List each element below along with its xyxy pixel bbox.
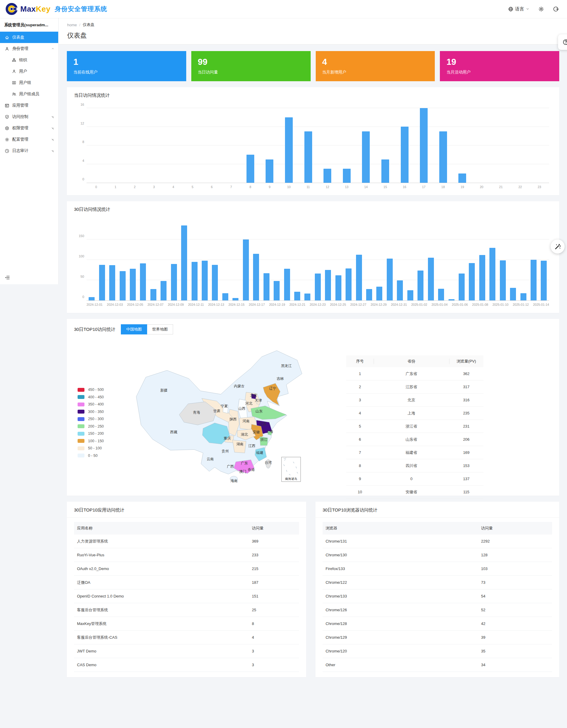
- sidebar-item-用户[interactable]: 用户: [0, 66, 58, 77]
- x-tick: [143, 303, 148, 306]
- map-label-天津: 天津: [255, 398, 262, 403]
- bar-2025-01-03: [428, 258, 434, 300]
- map-label-贵州: 贵州: [222, 449, 229, 453]
- chevron-down-icon: [526, 7, 529, 11]
- table-cell: 6: [346, 437, 374, 442]
- sidebar-item-用户组[interactable]: 用户组: [0, 77, 58, 88]
- x-tick: 17: [414, 185, 434, 189]
- table-cell: 客服后台管理系统: [74, 607, 249, 613]
- tab-世界地图[interactable]: 世界地图: [147, 324, 173, 334]
- top10-region-panel: 30日TOP10访问统计 中国地图世界地图 450 - 500400 - 450…: [67, 319, 559, 496]
- sidebar-item-配置管理[interactable]: 配置管理: [0, 134, 58, 145]
- bar-2024-12-17: [253, 254, 259, 300]
- tab-中国地图[interactable]: 中国地图: [121, 324, 147, 334]
- x-tick: 2025-01-10: [492, 303, 508, 306]
- chevron-down-icon: [51, 149, 55, 153]
- x-tick: 11: [298, 185, 318, 189]
- bar-2024-12-30: [387, 259, 393, 300]
- table-row: 2江苏省317: [346, 380, 483, 394]
- map-label-山东: 山东: [256, 409, 263, 413]
- table-row: OpenID Connect 1.0 Demo151: [74, 589, 299, 603]
- x-tick: 2024-12-07: [148, 303, 164, 306]
- sidebar-item-label: 用户组成员: [19, 91, 55, 97]
- map-body: 450 - 500400 - 450350 - 400300 - 350250 …: [74, 337, 552, 489]
- map-label-内蒙古: 内蒙古: [234, 384, 245, 388]
- help-button[interactable]: [558, 34, 567, 50]
- legend-item: 450 - 500: [78, 388, 104, 392]
- logout-icon[interactable]: [553, 6, 559, 12]
- bar-2024-12-22: [304, 294, 310, 300]
- x-tick: [529, 303, 533, 306]
- table-cell: 7: [346, 450, 374, 455]
- table-cell: Chrome/129: [322, 635, 478, 640]
- map-label-山西: 山西: [239, 406, 246, 411]
- x-tick: 0: [87, 185, 106, 189]
- table-row: 4上海235: [346, 407, 483, 420]
- map-label-安徽: 安徽: [253, 430, 260, 434]
- top10-browsers-panel: 30日TOP10浏览器访问统计 浏览器访问量Chrome/1312292Chro…: [315, 502, 559, 677]
- x-tick: 18: [433, 185, 453, 189]
- table-row: 10安徽省115: [346, 486, 483, 499]
- x-tick: [387, 303, 391, 306]
- page-header-strip: home / 仪表盘 仪表盘: [59, 18, 567, 44]
- table-cell: 187: [249, 580, 299, 585]
- table-cell: 52: [478, 608, 552, 612]
- sidebar-item-仪表盘[interactable]: 仪表盘: [0, 32, 58, 43]
- sidebar-collapse-button[interactable]: [0, 272, 58, 284]
- table-row: RuoYi-Vue-Plus233: [74, 548, 299, 562]
- table-cell: 4: [249, 635, 299, 640]
- table-cell: Chrome/122: [322, 580, 478, 585]
- table-cell: 128: [478, 553, 552, 557]
- bar-2024-12-28: [366, 289, 372, 300]
- page-title: 仪表盘: [67, 31, 560, 40]
- language-switcher[interactable]: 语言: [508, 6, 529, 12]
- map-label-江西: 江西: [248, 444, 256, 448]
- settings-gear-icon[interactable]: [538, 6, 544, 12]
- x-tick: 2024-12-11: [188, 303, 204, 306]
- table-row: Chrome/12652: [322, 603, 552, 617]
- sidebar-item-身份管理[interactable]: 身份管理: [0, 43, 58, 54]
- x-tick: 14: [356, 185, 376, 189]
- chevron-down-icon: [51, 126, 55, 130]
- sidebar-item-应用管理[interactable]: 应用管理: [0, 100, 58, 111]
- legend-swatch: [78, 446, 85, 450]
- sidebar-item-用户组成员[interactable]: 用户组成员: [0, 88, 58, 100]
- bar-14: [362, 131, 370, 183]
- table-cell: 233: [249, 553, 299, 557]
- magic-wand-button[interactable]: [551, 239, 565, 254]
- badge-icon: [5, 126, 9, 130]
- table-cell: 25: [249, 608, 299, 612]
- legend-range: 150 - 200: [88, 431, 104, 436]
- bar-2024-12-06: [140, 263, 146, 300]
- table-cell: 福建省: [374, 450, 449, 455]
- table-row: 客服后台管理系统-CAS4: [74, 631, 299, 644]
- x-tick: 7: [222, 185, 241, 189]
- table-row: 5浙江省231: [346, 420, 483, 433]
- x-tick: 2025-01-14: [533, 303, 549, 306]
- stat-card-当月新增用户: 4当月新增用户: [316, 51, 435, 81]
- breadcrumb-home[interactable]: home: [67, 23, 77, 27]
- sidebar-item-访问控制[interactable]: 访问控制: [0, 111, 58, 122]
- bar-19: [458, 173, 466, 183]
- table-cell: 3: [249, 649, 299, 653]
- bar-2024-12-15: [233, 298, 239, 300]
- legend-item: 50 - 100: [78, 446, 104, 450]
- sidebar-item-日志审计[interactable]: 日志审计: [0, 145, 58, 156]
- legend-range: 250 - 300: [88, 417, 104, 421]
- sidebar-item-组织[interactable]: 组织: [0, 54, 58, 66]
- sidebar-item-权限管理[interactable]: 权限管理: [0, 122, 58, 134]
- legend-item: 200 - 250: [78, 424, 104, 428]
- x-tick: [204, 303, 208, 306]
- panel-title: 30日TOP10访问统计: [74, 327, 116, 332]
- table-cell: CAS Demo: [74, 663, 249, 667]
- table-cell: 3: [249, 663, 299, 667]
- table-cell: 泛微OA: [74, 580, 249, 585]
- legend-swatch: [78, 424, 85, 428]
- sidebar-item-label: 访问控制: [12, 114, 48, 119]
- x-tick: 2025-01-02: [411, 303, 427, 306]
- bar-16: [401, 127, 408, 183]
- table-cell: MaxKey管理系统: [74, 621, 249, 626]
- column-header: 访问量: [249, 526, 299, 531]
- bar-15: [381, 159, 389, 183]
- table-row: Other34: [322, 658, 552, 672]
